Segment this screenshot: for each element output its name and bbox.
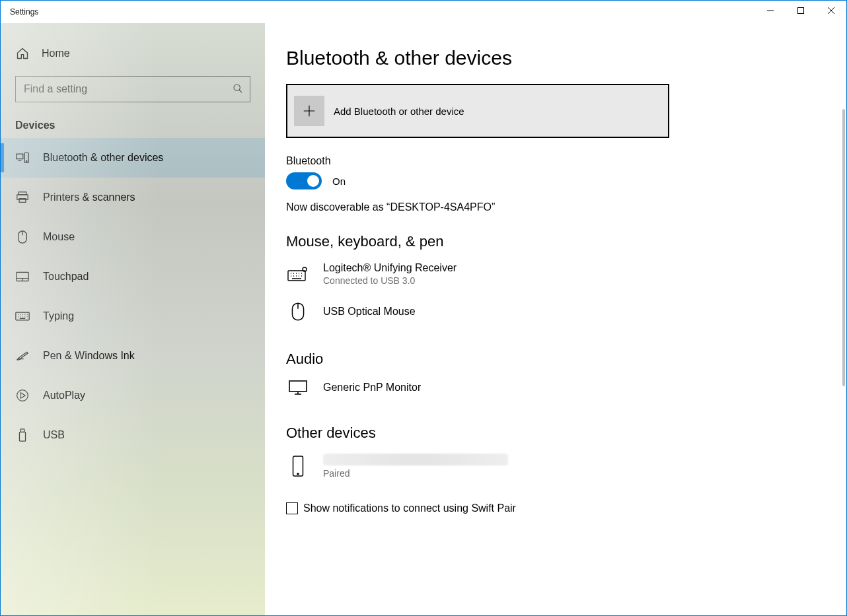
group-audio: Audio bbox=[286, 351, 846, 368]
sidebar-item-label: Printers & scanners bbox=[43, 191, 135, 203]
sidebar-item-bluetooth[interactable]: Bluetooth & other devices bbox=[1, 138, 265, 178]
search-box[interactable] bbox=[15, 76, 250, 102]
group-mouse-kbd-pen: Mouse, keyboard, & pen bbox=[286, 233, 846, 250]
sidebar-item-label: Mouse bbox=[43, 231, 75, 243]
keyboard-receiver-icon bbox=[286, 267, 310, 281]
home-icon bbox=[15, 47, 30, 60]
group-other: Other devices bbox=[286, 425, 846, 442]
device-name: Logitech® Unifying Receiver bbox=[323, 262, 457, 274]
device-name-redacted bbox=[323, 454, 508, 465]
bluetooth-label: Bluetooth bbox=[286, 155, 846, 167]
usb-icon bbox=[15, 428, 30, 442]
swift-pair-label: Show notifications to connect using Swif… bbox=[303, 502, 516, 514]
pen-icon bbox=[15, 351, 30, 361]
device-status: Paired bbox=[323, 468, 508, 479]
search-icon bbox=[233, 83, 243, 96]
svg-rect-5 bbox=[18, 192, 26, 195]
add-device-label: Add Bluetooth or other device bbox=[334, 106, 464, 117]
svg-point-19 bbox=[297, 473, 299, 475]
mouse-device-icon bbox=[286, 302, 310, 322]
svg-point-4 bbox=[26, 160, 27, 161]
close-button[interactable] bbox=[816, 1, 846, 20]
sidebar-item-printers[interactable]: Printers & scanners bbox=[1, 178, 265, 217]
sidebar-item-autoplay[interactable]: AutoPlay bbox=[1, 376, 265, 415]
devices-icon bbox=[15, 152, 30, 164]
svg-rect-12 bbox=[20, 429, 24, 432]
printer-icon bbox=[15, 191, 30, 203]
sidebar-item-touchpad[interactable]: Touchpad bbox=[1, 257, 265, 296]
device-name: Generic PnP Monitor bbox=[323, 382, 421, 394]
discoverable-text: Now discoverable as “DESKTOP-4SA4PFO” bbox=[286, 201, 846, 213]
sidebar-item-label: USB bbox=[43, 429, 65, 441]
svg-rect-13 bbox=[19, 432, 25, 441]
sidebar: Home Devices Bluetooth & other devices P… bbox=[1, 23, 265, 615]
sidebar-item-usb[interactable]: USB bbox=[1, 415, 265, 455]
sidebar-item-typing[interactable]: Typing bbox=[1, 296, 265, 336]
device-name: USB Optical Mouse bbox=[323, 306, 416, 318]
bluetooth-toggle-state: On bbox=[332, 176, 346, 187]
sidebar-home-label: Home bbox=[42, 48, 70, 59]
device-row[interactable]: Logitech® Unifying Receiver Connected to… bbox=[286, 258, 846, 298]
svg-rect-7 bbox=[19, 199, 26, 203]
search-input[interactable] bbox=[22, 83, 233, 96]
swift-pair-checkbox[interactable] bbox=[286, 502, 298, 514]
scrollbar[interactable] bbox=[842, 109, 845, 386]
sidebar-item-label: Typing bbox=[43, 310, 74, 322]
sidebar-item-label: Pen & Windows Ink bbox=[43, 350, 135, 362]
page-title: Bluetooth & other devices bbox=[286, 47, 846, 69]
minimize-button[interactable] bbox=[755, 1, 786, 20]
device-row[interactable]: Generic PnP Monitor bbox=[286, 376, 846, 407]
content-pane: Bluetooth & other devices Add Bluetooth … bbox=[265, 23, 846, 615]
device-status: Connected to USB 3.0 bbox=[323, 275, 457, 286]
svg-point-11 bbox=[17, 390, 28, 401]
phone-icon bbox=[286, 456, 310, 477]
add-device-button[interactable]: Add Bluetooth or other device bbox=[286, 84, 669, 138]
window-controls bbox=[755, 1, 846, 20]
sidebar-item-label: AutoPlay bbox=[43, 390, 85, 401]
swift-pair-row[interactable]: Show notifications to connect using Swif… bbox=[286, 502, 846, 514]
keyboard-icon bbox=[15, 312, 30, 321]
autoplay-icon bbox=[15, 389, 30, 402]
sidebar-section-label: Devices bbox=[1, 114, 265, 138]
sidebar-item-label: Touchpad bbox=[43, 271, 89, 283]
sidebar-item-mouse[interactable]: Mouse bbox=[1, 217, 265, 257]
bluetooth-toggle[interactable] bbox=[286, 172, 322, 189]
sidebar-item-pen[interactable]: Pen & Windows Ink bbox=[1, 336, 265, 376]
window-title: Settings bbox=[1, 7, 38, 17]
device-row[interactable]: Paired bbox=[286, 450, 846, 491]
monitor-icon bbox=[286, 380, 310, 395]
svg-rect-10 bbox=[16, 312, 29, 320]
maximize-button[interactable] bbox=[786, 1, 816, 20]
svg-rect-17 bbox=[289, 381, 307, 392]
svg-rect-0 bbox=[798, 8, 804, 14]
mouse-icon bbox=[15, 230, 30, 244]
sidebar-home[interactable]: Home bbox=[1, 43, 265, 71]
svg-point-1 bbox=[234, 85, 240, 90]
touchpad-icon bbox=[15, 271, 30, 282]
sidebar-item-label: Bluetooth & other devices bbox=[43, 152, 163, 164]
titlebar: Settings bbox=[1, 1, 846, 23]
svg-rect-2 bbox=[17, 154, 23, 159]
device-row[interactable]: USB Optical Mouse bbox=[286, 298, 846, 333]
plus-icon bbox=[294, 96, 324, 126]
